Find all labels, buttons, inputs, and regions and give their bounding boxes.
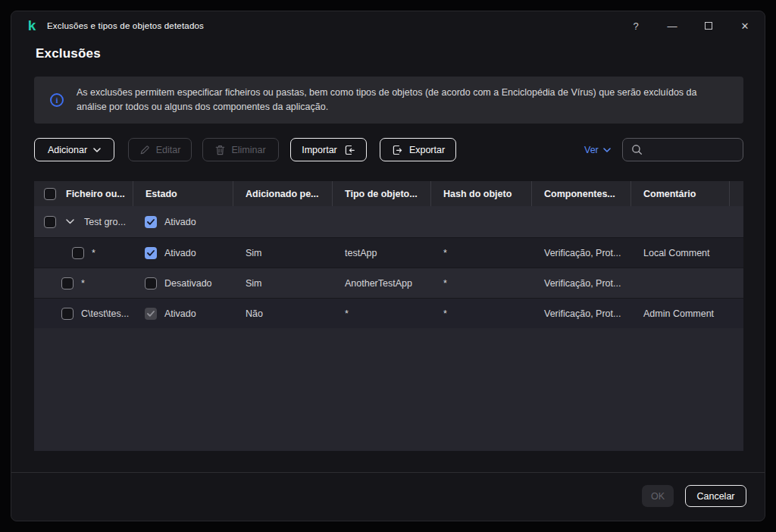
row-checkbox[interactable]: [61, 308, 74, 320]
page-title: Exclusões: [36, 46, 101, 61]
cancel-button[interactable]: Cancelar: [685, 485, 746, 507]
row-added: Não: [233, 299, 333, 328]
trash-icon: [215, 145, 225, 155]
table-row[interactable]: * Desativado Sim AnotherTestApp * Verifi…: [34, 268, 743, 298]
edit-button[interactable]: Editar: [128, 138, 192, 161]
group-name: Test gro...: [84, 217, 126, 227]
row-status-label: Desativado: [164, 278, 212, 289]
row-type: *: [333, 299, 431, 328]
group-row-checkbox[interactable]: [44, 216, 56, 228]
collapse-chevron-icon[interactable]: [66, 219, 74, 224]
row-checkbox[interactable]: [61, 277, 74, 289]
row-status-checkbox[interactable]: [145, 277, 157, 289]
header-comment[interactable]: Comentário: [631, 181, 730, 206]
import-button[interactable]: Importar: [290, 138, 367, 161]
header-hash-label: Hash do objeto: [443, 189, 512, 199]
import-button-label: Importar: [302, 145, 337, 155]
row-status-checkbox[interactable]: [145, 247, 157, 259]
kaspersky-logo-icon: k: [25, 19, 39, 33]
close-button[interactable]: ✕: [740, 20, 750, 31]
search-box: [622, 138, 743, 161]
edit-button-label: Editar: [156, 145, 181, 155]
exclusions-window: k Exclusões e tipos de objetos detetados…: [11, 11, 765, 521]
row-type: testApp: [333, 238, 431, 268]
group-status-label: Ativado: [164, 217, 196, 227]
window-controls: ? — ✕: [630, 11, 750, 40]
maximize-icon: [705, 22, 712, 30]
header-file-label: Ficheiro ou...: [66, 189, 125, 199]
row-components: Verificação, Prot...: [532, 268, 631, 298]
info-icon: i: [50, 93, 64, 107]
title-bar: k Exclusões e tipos de objetos detetados…: [11, 11, 765, 40]
export-button[interactable]: Exportar: [380, 138, 456, 161]
add-button[interactable]: Adicionar: [34, 138, 114, 161]
row-type: AnotherTestApp: [333, 268, 431, 298]
select-all-checkbox[interactable]: [44, 188, 56, 200]
row-hash: *: [431, 238, 532, 268]
row-hash: *: [431, 268, 532, 298]
delete-button[interactable]: Eliminar: [202, 138, 279, 161]
row-components: Verificação, Prot...: [532, 299, 631, 328]
view-dropdown[interactable]: Ver: [584, 138, 611, 161]
row-file: *: [81, 278, 85, 289]
delete-button-label: Eliminar: [231, 145, 265, 155]
pencil-icon: [139, 145, 150, 155]
group-status-checkbox[interactable]: [145, 216, 157, 228]
header-components[interactable]: Componentes...: [532, 181, 631, 206]
info-banner: i As exclusões permitem especificar fich…: [34, 77, 743, 124]
row-file: C\test\tes...: [81, 308, 129, 319]
row-added: Sim: [233, 268, 333, 298]
header-added-label: Adicionado pe...: [246, 189, 319, 199]
view-dropdown-label: Ver: [584, 145, 599, 155]
table-group-row[interactable]: Test gro... Ativado: [34, 206, 743, 237]
header-components-label: Componentes...: [544, 189, 615, 199]
row-comment: Local Comment: [631, 238, 730, 268]
row-components: Verificação, Prot...: [532, 238, 631, 268]
footer-divider: [11, 472, 765, 473]
search-icon: [631, 144, 643, 155]
header-type-label: Tipo de objeto...: [345, 189, 418, 199]
export-icon: [391, 144, 403, 156]
add-button-label: Adicionar: [48, 145, 87, 155]
row-hash: *: [431, 299, 532, 328]
info-banner-text: As exclusões permitem especificar fichei…: [77, 86, 725, 115]
help-button[interactable]: ?: [630, 20, 641, 31]
window-title: Exclusões e tipos de objetos detetados: [47, 21, 204, 30]
row-comment: [631, 268, 730, 298]
exclusions-table: Ficheiro ou... Estado Adicionado pe... T…: [34, 181, 743, 451]
screen: k Exclusões e tipos de objetos detetados…: [0, 0, 776, 532]
export-button-label: Exportar: [409, 145, 445, 155]
minimize-button[interactable]: —: [667, 20, 677, 31]
table-row[interactable]: C\test\tes... Ativado Não * * Verificaçã…: [34, 298, 743, 328]
row-checkbox[interactable]: [72, 247, 84, 259]
search-input[interactable]: [643, 145, 743, 155]
header-hash[interactable]: Hash do objeto: [431, 181, 532, 206]
chevron-down-icon: [93, 148, 101, 152]
header-type[interactable]: Tipo de objeto...: [333, 181, 431, 206]
row-status-label: Ativado: [164, 248, 196, 258]
table-header-row: Ficheiro ou... Estado Adicionado pe... T…: [34, 181, 743, 206]
header-file[interactable]: Ficheiro ou...: [34, 181, 133, 206]
row-comment: Admin Comment: [631, 299, 730, 328]
import-icon: [343, 144, 355, 156]
table-row[interactable]: * Ativado Sim testApp * Verificação, Pro…: [34, 237, 743, 268]
row-file: *: [92, 248, 95, 258]
chevron-down-icon: [603, 148, 611, 152]
maximize-button[interactable]: [703, 20, 714, 31]
header-status[interactable]: Estado: [133, 181, 233, 206]
ok-button[interactable]: OK: [642, 485, 674, 507]
row-added: Sim: [233, 238, 333, 268]
row-status-label: Ativado: [164, 308, 196, 319]
header-added[interactable]: Adicionado pe...: [233, 181, 333, 206]
header-comment-label: Comentário: [643, 189, 696, 199]
row-status-checkbox: [145, 308, 157, 320]
header-spacer: [730, 181, 743, 206]
header-status-label: Estado: [146, 189, 177, 199]
